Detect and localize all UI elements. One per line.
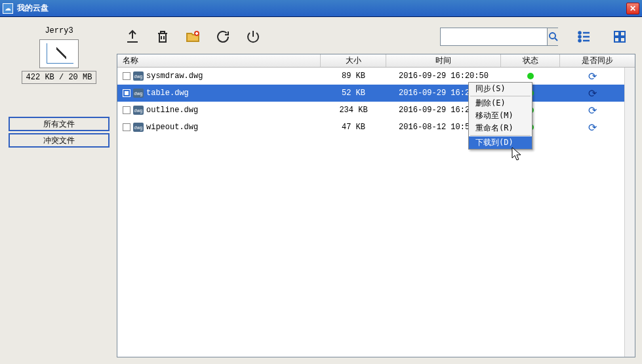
svg-rect-8: [620, 37, 625, 42]
titlebar: 我的云盘 ✕: [0, 0, 642, 17]
table-row[interactable]: dwg outline.dwg 234 KB 2016-09-29 16:20:…: [117, 102, 624, 119]
svg-point-3: [579, 36, 581, 38]
table-header: 名称 大小 时间 状态 是否同步: [117, 54, 635, 68]
file-icon: dwg: [133, 71, 144, 81]
status-indicator: [527, 73, 534, 79]
preview-thumbnail: [39, 39, 79, 68]
svg-point-4: [579, 40, 581, 42]
column-size[interactable]: 大小: [321, 54, 386, 67]
file-size: 47 KB: [321, 123, 386, 132]
column-name[interactable]: 名称: [117, 54, 321, 67]
refresh-icon[interactable]: [214, 28, 232, 46]
file-size: 52 KB: [321, 89, 386, 98]
svg-point-2: [579, 32, 581, 34]
menu-download[interactable]: 下载到(D): [469, 136, 532, 149]
file-icon: dwg: [133, 89, 144, 98]
row-checkbox[interactable]: [123, 72, 130, 80]
menu-rename[interactable]: 重命名(R): [469, 122, 532, 134]
all-files-button[interactable]: 所有文件: [9, 117, 110, 131]
row-checkbox[interactable]: [123, 89, 130, 97]
sidebar: Jerry3 422 KB / 20 MB 所有文件 冲突文件: [7, 24, 111, 357]
conflict-files-button[interactable]: 冲突文件: [9, 133, 110, 148]
svg-rect-5: [614, 31, 619, 36]
menu-move[interactable]: 移动至(M): [469, 110, 532, 122]
table-row[interactable]: dwg sysmdraw.dwg 89 KB 2016-09-29 16:20:…: [117, 68, 624, 85]
list-view-icon[interactable]: [575, 28, 593, 46]
close-button[interactable]: ✕: [626, 3, 639, 14]
file-name: table.dwg: [146, 89, 189, 98]
file-size: 234 KB: [321, 106, 386, 115]
file-time: 2016-09-29 16:20:50: [386, 71, 501, 81]
file-name: outline.dwg: [146, 106, 198, 115]
row-checkbox[interactable]: [123, 123, 130, 131]
sync-icon[interactable]: ⟳: [588, 104, 597, 117]
file-list: 名称 大小 时间 状态 是否同步 dwg sysmdraw.dwg 89 KB …: [117, 54, 635, 357]
svg-point-1: [550, 33, 555, 39]
upload-icon[interactable]: [123, 28, 142, 46]
table-row[interactable]: dwg wipeout.dwg 47 KB 2016-08-12 10:54:0…: [117, 119, 624, 136]
file-size: 89 KB: [321, 71, 386, 81]
search-button[interactable]: [547, 28, 559, 45]
file-icon: dwg: [133, 106, 144, 115]
menu-delete[interactable]: 删除(E): [469, 97, 532, 110]
svg-rect-6: [620, 31, 625, 36]
scrollbar[interactable]: [624, 68, 635, 357]
search-input[interactable]: [441, 28, 547, 45]
row-checkbox[interactable]: [123, 106, 130, 114]
sync-icon[interactable]: ⟳: [588, 70, 597, 83]
column-sync[interactable]: 是否同步: [560, 54, 635, 67]
power-icon[interactable]: [244, 28, 262, 46]
grid-view-icon[interactable]: [611, 28, 629, 46]
column-time[interactable]: 时间: [386, 54, 501, 67]
window-title: 我的云盘: [17, 3, 626, 14]
storage-quota: 422 KB / 20 MB: [22, 71, 97, 84]
table-row[interactable]: dwg table.dwg 52 KB 2016-09-29 16:20:44 …: [117, 85, 624, 102]
sync-icon[interactable]: ⟳: [588, 87, 597, 100]
file-icon: dwg: [133, 123, 144, 132]
file-name: sysmdraw.dwg: [146, 71, 203, 81]
svg-rect-7: [614, 37, 619, 42]
toolbar: [117, 24, 635, 50]
new-folder-icon[interactable]: [184, 28, 202, 46]
username-label: Jerry3: [45, 26, 73, 35]
column-status[interactable]: 状态: [501, 54, 560, 67]
context-menu: 同步(S) 删除(E) 移动至(M) 重命名(R) 下载到(D): [468, 82, 532, 150]
search-box: [440, 28, 558, 46]
delete-icon[interactable]: [153, 28, 172, 46]
app-icon: [3, 3, 13, 14]
sync-icon[interactable]: ⟳: [588, 121, 597, 134]
file-name: wipeout.dwg: [146, 123, 198, 132]
menu-sync[interactable]: 同步(S): [469, 83, 532, 95]
